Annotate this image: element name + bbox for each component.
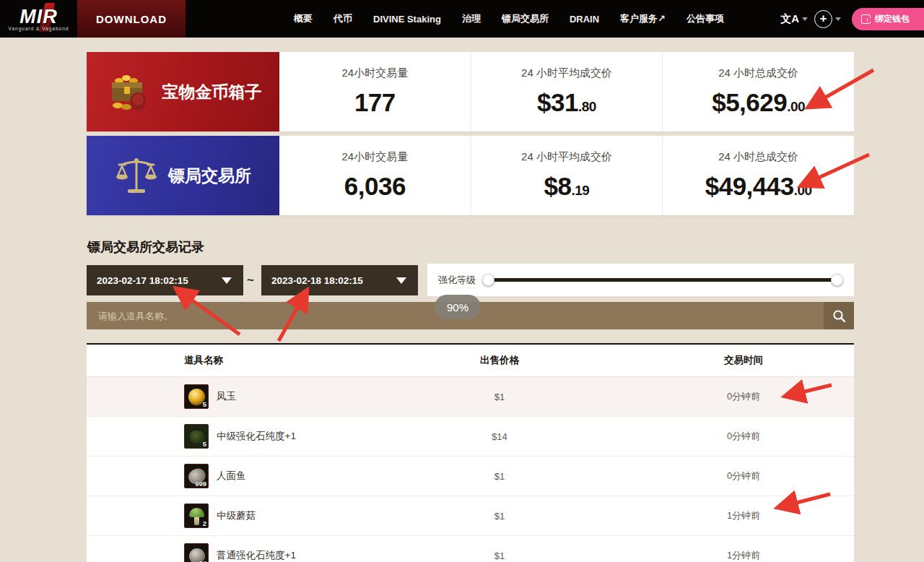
table-row[interactable]: 5 中级强化石纯度+1 $14 0分钟前 — [87, 417, 854, 457]
item-price: $1 — [427, 471, 572, 482]
header-trade-time: 交易时间 — [671, 354, 816, 367]
table-row[interactable]: 5 凤玉 $1 0分钟前 — [87, 377, 854, 417]
nav-item-governance[interactable]: 治理 — [462, 12, 481, 25]
date-to-select[interactable]: 2023-02-18 18:02:15 — [261, 265, 418, 295]
caret-down-icon — [396, 277, 406, 284]
enhance-level-slider[interactable] — [484, 278, 841, 282]
trade-records-table: 道具名称 出售价格 交易时间 5 凤玉 $1 0分钟前 5 中级强化石纯度+1 … — [87, 343, 854, 562]
nav-item-drain[interactable]: DRAIN — [570, 14, 599, 25]
language-icon: 文A — [780, 12, 799, 26]
trade-time: 0分钟前 — [671, 390, 816, 403]
scales-icon — [115, 155, 158, 196]
exchange-stat-card: 镖局交易所 24小时交易量 6,036 24 小时平均成交价 $8.19 24 … — [87, 136, 854, 215]
main-nav-links: 概要 代币 DIVINE Staking 治理 镖局交易所 DRAIN 客户服务… — [294, 0, 724, 38]
date-range-separator: ~ — [247, 273, 254, 288]
trade-time: 0分钟前 — [671, 470, 816, 483]
slider-min-handle[interactable] — [482, 274, 494, 286]
table-row[interactable]: 999 人面鱼 $1 0分钟前 — [87, 457, 854, 496]
item-price: $14 — [427, 431, 572, 442]
item-icon-gold-orb: 5 — [184, 384, 209, 409]
exchange-banner[interactable]: 镖局交易所 — [87, 136, 279, 215]
item-icon-enhance-stone: 5 — [184, 424, 209, 449]
stat-24h-volume: 24小时交易量 177 — [279, 52, 471, 131]
enhance-level-label: 强化等级 — [438, 274, 476, 287]
slider-value-tooltip: 90% — [435, 295, 481, 319]
bind-wallet-button[interactable]: 绑定钱包 — [852, 8, 924, 30]
nav-item-announcements[interactable]: 公告事项 — [687, 12, 724, 25]
stat-24h-avg-price: 24 小时平均成交价 $8.19 — [471, 136, 663, 215]
nav-item-token[interactable]: 代币 — [334, 12, 352, 25]
item-price: $1 — [427, 511, 572, 522]
chevron-down-icon — [835, 17, 841, 21]
nav-item-divine-staking[interactable]: DIVINE Staking — [373, 14, 441, 25]
search-button[interactable] — [824, 302, 854, 329]
enhance-level-filter: 强化等级 — [427, 264, 854, 296]
trade-time: 0分钟前 — [671, 430, 816, 443]
stat-24h-avg-price: 24 小时平均成交价 $31.80 — [471, 52, 663, 131]
card-title: 镖局交易所 — [168, 165, 251, 187]
download-button[interactable]: DOWNLOAD — [77, 0, 186, 38]
header-sell-price: 出售价格 — [427, 354, 572, 367]
item-icon-mushroom: 2 — [184, 503, 209, 528]
section-title: 镖局交易所交易记录 — [87, 238, 204, 256]
trade-time: 1分钟前 — [671, 509, 816, 522]
table-row[interactable]: 34 普通强化石纯度+1 $1 1分钟前 — [87, 536, 854, 562]
header-item-name: 道具名称 — [87, 354, 427, 367]
bind-wallet-label: 绑定钱包 — [875, 13, 910, 25]
stat-24h-total-price: 24 小时总成交价 $5,629.00 — [662, 52, 854, 131]
wallet-icon — [861, 14, 871, 24]
mir-logo[interactable]: MIR Vanguard & Vagabond — [0, 0, 77, 38]
treasure-chest-icon — [105, 71, 152, 113]
item-icon-gray-stone: 34 — [184, 543, 209, 562]
caret-down-icon — [222, 277, 232, 284]
nav-item-exchange[interactable]: 镖局交易所 — [502, 12, 549, 25]
card-title: 宝物金币箱子 — [162, 81, 262, 103]
slider-max-handle[interactable] — [831, 274, 843, 286]
item-price: $1 — [427, 392, 572, 402]
nav-item-customer-service[interactable]: 客户服务↗ — [620, 12, 666, 25]
item-name: 普通强化石纯度+1 — [217, 549, 296, 562]
table-row[interactable]: 2 中级蘑菇 $1 1分钟前 — [87, 496, 854, 536]
trade-time: 1分钟前 — [671, 549, 816, 562]
item-name: 中级强化石纯度+1 — [217, 430, 296, 443]
item-name: 人面鱼 — [217, 470, 246, 483]
nav-item-overview[interactable]: 概要 — [294, 12, 313, 25]
item-name: 凤玉 — [217, 390, 236, 403]
top-nav: MIR Vanguard & Vagabond DOWNLOAD 概要 代币 D… — [0, 0, 924, 38]
chevron-down-icon — [802, 17, 808, 21]
search-icon — [832, 309, 846, 323]
stat-24h-volume: 24小时交易量 6,036 — [279, 136, 471, 215]
stat-24h-total-price: 24 小时总成交价 $49,443.00 — [662, 136, 854, 215]
item-price: $1 — [427, 550, 572, 561]
treasure-chest-stat-card: 宝物金币箱子 24小时交易量 177 24 小时平均成交价 $31.80 24 … — [87, 52, 854, 131]
add-token-selector[interactable]: + — [814, 10, 841, 28]
item-name: 中级蘑菇 — [217, 509, 256, 522]
treasure-chest-banner[interactable]: 宝物金币箱子 — [87, 52, 279, 131]
plus-circle-icon: + — [814, 10, 832, 28]
language-selector[interactable]: 文A — [780, 12, 808, 26]
logo-title: MIR — [9, 7, 69, 26]
nav-right-controls: 文A + 绑定钱包 — [780, 0, 924, 38]
item-icon-fish: 999 — [184, 464, 209, 488]
logo-subtitle: Vanguard & Vagabond — [9, 26, 69, 31]
date-from-select[interactable]: 2023-02-17 18:02:15 — [87, 265, 243, 295]
table-header: 道具名称 出售价格 交易时间 — [87, 345, 854, 377]
